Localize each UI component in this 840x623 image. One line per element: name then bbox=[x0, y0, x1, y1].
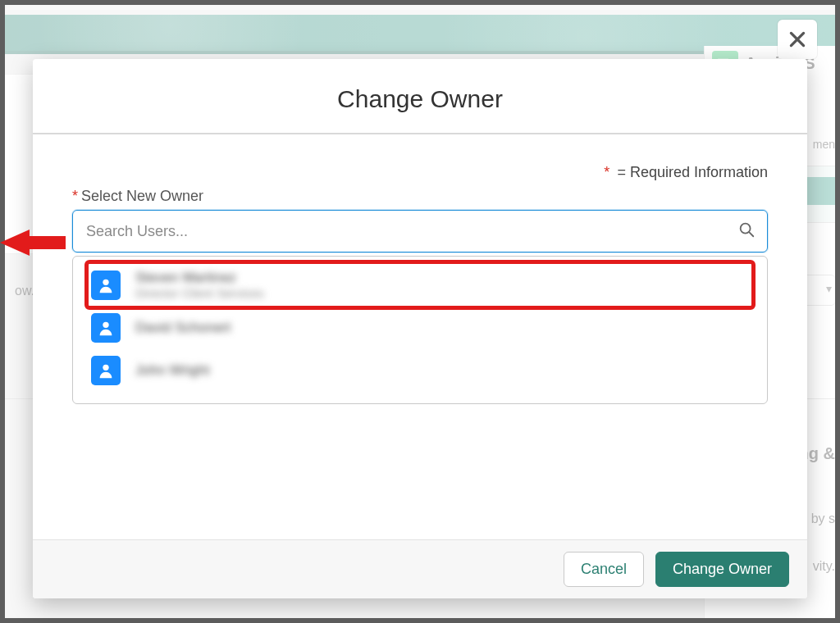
modal-footer: Cancel Change Owner bbox=[33, 539, 807, 598]
close-icon bbox=[787, 29, 808, 50]
search-users-input[interactable] bbox=[86, 223, 729, 240]
user-name: David Schonert bbox=[135, 320, 231, 336]
user-name: Steven Martinez bbox=[135, 270, 264, 286]
required-asterisk: * bbox=[604, 164, 609, 180]
user-avatar-icon bbox=[91, 271, 121, 300]
user-option[interactable]: John Wright bbox=[73, 349, 767, 392]
close-button[interactable] bbox=[778, 20, 817, 59]
user-option[interactable]: Steven Martinez Director Client Services bbox=[88, 263, 752, 307]
user-option[interactable]: David Schonert bbox=[73, 307, 767, 349]
change-owner-button[interactable]: Change Owner bbox=[655, 552, 789, 587]
user-subtitle: Director Client Services bbox=[135, 286, 264, 300]
svg-point-5 bbox=[103, 279, 108, 284]
required-info-text: = Required Information bbox=[617, 164, 768, 180]
search-users-field[interactable] bbox=[72, 210, 768, 252]
svg-point-7 bbox=[103, 365, 108, 371]
change-owner-modal: Change Owner * = Required Information *S… bbox=[33, 59, 807, 598]
cancel-button[interactable]: Cancel bbox=[564, 552, 644, 587]
svg-point-6 bbox=[103, 322, 108, 328]
user-avatar-icon bbox=[91, 313, 121, 343]
search-icon bbox=[737, 221, 756, 242]
required-info-note: * = Required Information bbox=[72, 164, 768, 181]
select-owner-label: *Select New Owner bbox=[72, 188, 768, 205]
user-dropdown: Steven Martinez Director Client Services… bbox=[72, 256, 768, 404]
svg-line-4 bbox=[749, 232, 753, 236]
select-owner-label-text: Select New Owner bbox=[81, 188, 203, 204]
modal-header: Change Owner bbox=[33, 59, 807, 134]
user-avatar-icon bbox=[91, 356, 121, 385]
modal-title: Change Owner bbox=[49, 85, 791, 113]
modal-body: * = Required Information *Select New Own… bbox=[33, 134, 807, 539]
user-name: John Wright bbox=[135, 362, 209, 379]
field-required-asterisk: * bbox=[72, 188, 78, 204]
